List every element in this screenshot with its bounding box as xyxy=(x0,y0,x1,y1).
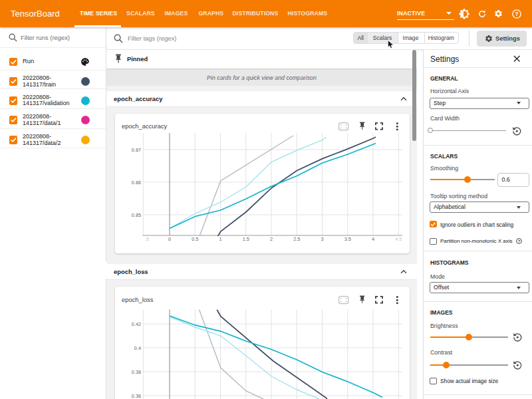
svg-text:epoch_accuracy: epoch_accuracy xyxy=(122,122,168,130)
svg-text:0.4: 0.4 xyxy=(134,345,141,351)
svg-text:4.5: 4.5 xyxy=(395,236,402,242)
svg-text:0.36: 0.36 xyxy=(132,393,141,399)
svg-text:0.42: 0.42 xyxy=(132,321,141,327)
svg-text:?: ? xyxy=(515,11,518,17)
svg-text:1: 1 xyxy=(219,236,221,242)
svg-text:?: ? xyxy=(518,239,521,243)
svg-text:0.38: 0.38 xyxy=(132,369,141,375)
svg-text:3.5: 3.5 xyxy=(344,236,351,242)
svg-text:.5: .5 xyxy=(145,236,149,242)
svg-text:0.5: 0.5 xyxy=(192,236,198,242)
svg-text:2: 2 xyxy=(270,236,273,242)
svg-text:3: 3 xyxy=(321,236,323,242)
svg-text:0.87: 0.87 xyxy=(132,147,141,153)
svg-text:4: 4 xyxy=(372,236,374,242)
svg-text:0.86: 0.86 xyxy=(132,180,141,186)
svg-text:0: 0 xyxy=(168,236,171,242)
svg-text:epoch_loss: epoch_loss xyxy=(122,296,154,303)
svg-text:1.5: 1.5 xyxy=(243,236,249,242)
svg-text:2.5: 2.5 xyxy=(293,236,300,242)
svg-text:0.85: 0.85 xyxy=(132,212,141,218)
